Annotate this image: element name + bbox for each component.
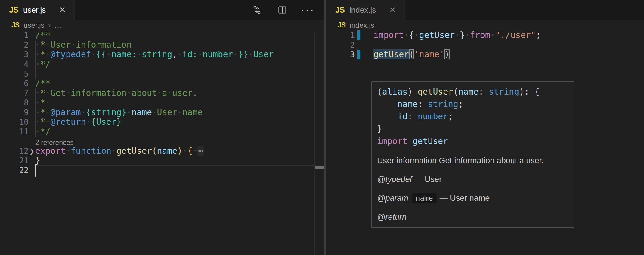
breadcrumb-symbol[interactable]: … <box>54 21 62 30</box>
overview-ruler-cursor-marker[interactable] <box>315 166 324 169</box>
code-line[interactable]: 1/** <box>0 30 314 40</box>
tab-index-js[interactable]: JS index.js ✕ <box>326 0 405 20</box>
line-number: 2 <box>326 40 355 50</box>
gutter-space <box>29 165 35 175</box>
editor-group-left: JS user.js ✕ <box>0 0 324 255</box>
javascript-icon: JS <box>9 5 18 15</box>
line-number: 6 <box>0 79 29 88</box>
tab-label: index.js <box>349 5 376 15</box>
tab-user-js[interactable]: JS user.js ✕ <box>0 0 75 20</box>
gutter-space <box>29 108 35 117</box>
code-text: } <box>35 156 314 165</box>
code-text: ·*·User·information <box>35 40 314 50</box>
gutter-space <box>29 50 35 59</box>
code-line[interactable]: 2 <box>326 40 644 50</box>
comment-indent-guide <box>35 88 36 137</box>
codelens-references[interactable]: 2 references <box>35 139 74 146</box>
code-text: /** <box>35 30 314 40</box>
line-number: 21 <box>0 156 29 165</box>
code-editor-user-js[interactable]: 1/**2·*·User·information3·*·@typedef·{{·… <box>0 30 324 175</box>
gutter <box>357 40 363 50</box>
fold-chevron-icon[interactable]: ❯ <box>29 146 35 156</box>
code-text: ·*·Get·information·about·a·user. <box>35 88 314 98</box>
line-number: 7 <box>0 88 29 98</box>
code-line[interactable]: 10·*·@return·{User} <box>0 117 314 127</box>
editor-group-right: JS index.js ✕ JS index.js 1import·{·getU… <box>326 0 644 255</box>
code-text: export·function·getUser(name)·{·⋯ <box>35 146 314 156</box>
gutter-space <box>29 117 35 127</box>
code-text: ·*· <box>35 98 314 108</box>
scrollbar-track[interactable] <box>314 32 315 255</box>
gutter-space <box>29 137 35 146</box>
line-number: 22 <box>0 165 29 175</box>
close-icon[interactable]: ✕ <box>389 5 396 15</box>
code-line[interactable]: 21} <box>0 156 314 165</box>
gutter-space <box>29 40 35 50</box>
gutter-space <box>29 30 35 40</box>
code-line[interactable]: 11·*/ <box>0 127 314 137</box>
line-number: 5 <box>0 69 29 79</box>
code-text <box>35 165 314 175</box>
gutter-space <box>29 59 35 69</box>
code-line[interactable]: 8·*· <box>0 98 314 108</box>
hover-doc-line: @paramname— User name <box>377 193 568 204</box>
split-editor-icon[interactable] <box>277 5 288 15</box>
breadcrumb-file[interactable]: user.js <box>23 21 44 30</box>
gutter <box>357 30 363 40</box>
code-text: 2 references <box>35 137 314 146</box>
code-line[interactable]: 12❯export·function·getUser(name)·{·⋯ <box>0 146 314 156</box>
code-line[interactable]: 9·*·@param·{string}·name·User·name <box>0 108 314 117</box>
line-number: 11 <box>0 127 29 137</box>
code-line[interactable]: 1import·{·getUser·}·from·"./user"; <box>326 30 644 40</box>
open-changes-icon[interactable] <box>252 5 262 15</box>
hover-signature-line: id: number; <box>377 110 568 123</box>
close-icon[interactable]: ✕ <box>59 5 66 15</box>
code-text <box>35 69 314 79</box>
code-line[interactable]: 4·*/ <box>0 59 314 69</box>
line-number: 4 <box>0 59 29 69</box>
code-text: ·*·@typedef·{{·name:·string,·id:·number·… <box>35 50 314 59</box>
hover-docs-section: User information Get information about a… <box>372 151 574 227</box>
gutter <box>357 50 363 59</box>
gutter-space <box>29 98 35 108</box>
line-number: 9 <box>0 108 29 117</box>
hover-signature-line: } <box>377 123 568 135</box>
line-number: 10 <box>0 117 29 127</box>
hover-doc-line: @return <box>377 212 568 222</box>
code-text: ·*·@param·{string}·name·User·name <box>35 108 314 117</box>
hover-doc-line: User information Get information about a… <box>377 156 568 166</box>
line-number <box>0 137 29 146</box>
more-actions-icon[interactable]: ··· <box>302 5 313 15</box>
line-number: 2 <box>0 40 29 50</box>
tab-bar-left: JS user.js ✕ <box>0 0 324 20</box>
code-text: ·*/ <box>35 59 314 69</box>
javascript-icon: JS <box>338 21 345 29</box>
line-number: 8 <box>0 98 29 108</box>
code-line[interactable]: 7·*·Get·information·about·a·user. <box>0 88 314 98</box>
code-line[interactable]: 3·*·@typedef·{{·name:·string,·id:·number… <box>0 50 314 59</box>
gutter-modified-indicator <box>357 30 360 40</box>
line-number: 1 <box>0 30 29 40</box>
javascript-icon: JS <box>335 5 345 15</box>
code-line[interactable]: 22 <box>0 165 314 175</box>
hover-signature-line: import getUser <box>377 135 568 147</box>
tab-bar-right: JS index.js ✕ <box>326 0 644 20</box>
javascript-icon: JS <box>11 21 19 29</box>
code-text: import·{·getUser·}·from·"./user"; <box>373 30 541 40</box>
breadcrumb-file[interactable]: index.js <box>350 21 374 30</box>
line-number: 3 <box>0 50 29 59</box>
code-line[interactable]: 2·*·User·information <box>0 40 314 50</box>
hover-signature-line: (alias) getUser(name: string): { <box>377 86 568 98</box>
codelens-row[interactable]: 2 references <box>0 137 314 146</box>
code-text: getUser('name') <box>373 50 450 59</box>
gutter-space <box>29 156 35 165</box>
code-editor-index-js[interactable]: 1import·{·getUser·}·from·"./user";23getU… <box>326 30 644 59</box>
breadcrumb: JS index.js <box>326 20 644 30</box>
line-number: 3 <box>326 50 355 59</box>
code-line[interactable]: 6/** <box>0 79 314 88</box>
gutter-space <box>29 79 35 88</box>
code-line[interactable]: 5 <box>0 69 314 79</box>
code-line[interactable]: 3getUser('name') <box>326 50 644 59</box>
chevron-right-icon: › <box>48 20 51 30</box>
code-text: /** <box>35 79 314 88</box>
